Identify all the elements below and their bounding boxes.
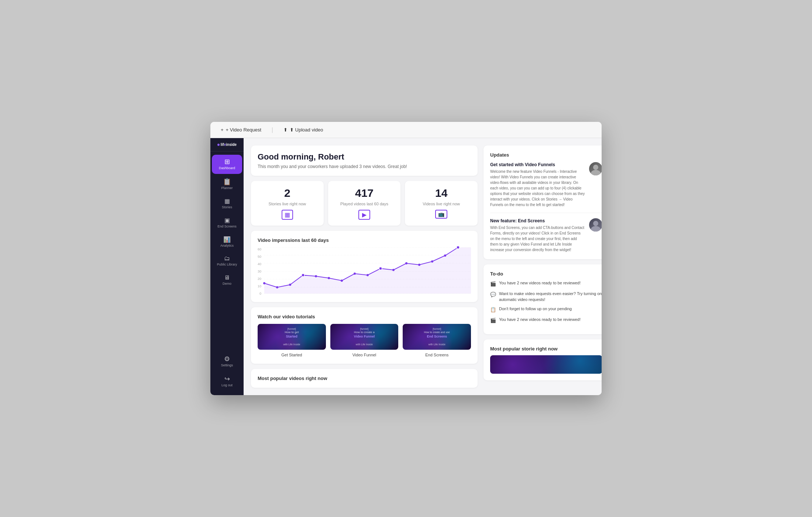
chart-title: Video imperssions last 60 days — [258, 237, 471, 243]
avatar-video-funnels — [589, 162, 602, 175]
todo-text-follow-up: Don't forget to follow up on your pendin… — [499, 306, 572, 312]
todo-item-review-2: 🎬 You have 2 new videos ready to be revi… — [490, 317, 602, 324]
logo: lifeinside — [217, 143, 237, 147]
svg-point-8 — [276, 286, 278, 288]
greeting-subtitle: This month you and your coworkers have u… — [258, 164, 471, 169]
tutorial-video-funnel[interactable]: [funnel] How to create a Video Funnel wi… — [330, 324, 399, 357]
sidebar-item-settings[interactable]: ⚙ Settings — [212, 352, 242, 371]
svg-point-14 — [354, 273, 356, 275]
todo-item-auto-requests: 💬 Want to make video requests even easie… — [490, 291, 602, 302]
planner-icon: 📋 — [223, 178, 231, 185]
todo-icon-auto-requests: 💬 — [490, 291, 496, 298]
svg-point-24 — [591, 170, 601, 175]
popular-story-title: Most popular storie right now — [490, 346, 602, 352]
todo-text-auto-requests: Want to make video requests even easier?… — [499, 291, 602, 302]
analytics-icon: 📊 — [223, 237, 231, 243]
tutorial-end-screens[interactable]: [funnel] How to create and use End Scree… — [403, 324, 471, 357]
right-panel: Updates Get started with Video Funnels W… — [484, 145, 602, 388]
video-request-label: + Video Request — [226, 127, 261, 133]
svg-point-20 — [431, 260, 433, 263]
app-window: + + Video Request | ⬆ ⬆ Upload video lif… — [210, 122, 602, 395]
update-text-end-screens: With End Screens, you can add CTA-button… — [490, 225, 585, 253]
sidebar-label-analytics: Analytics — [220, 244, 234, 248]
stories-count: 2 — [284, 187, 290, 199]
played-stat-icon: ▶ — [358, 210, 370, 220]
svg-point-18 — [405, 262, 407, 264]
played-count: 417 — [355, 187, 374, 199]
topbar: + + Video Request | ⬆ ⬆ Upload video — [210, 122, 602, 138]
logo-dot — [217, 144, 220, 146]
svg-point-22 — [457, 246, 460, 249]
dashboard-icon: ⊞ — [224, 158, 230, 165]
videos-count: 14 — [435, 187, 447, 199]
svg-point-12 — [328, 277, 330, 279]
avatar-end-screens — [589, 218, 602, 232]
sidebar-label-stories: Stories — [222, 206, 232, 209]
sidebar-label-planner: Planner — [221, 186, 233, 190]
greeting-heading: Good morning, Robert — [258, 152, 471, 162]
public-library-icon: 🗂 — [224, 256, 230, 261]
sidebar-label-demo: Demo — [223, 282, 231, 286]
updates-card: Updates Get started with Video Funnels W… — [484, 145, 602, 259]
plus-icon: + — [221, 127, 224, 133]
video-request-button[interactable]: + + Video Request — [218, 126, 264, 134]
settings-icon: ⚙ — [224, 356, 230, 362]
sidebar-logo: lifeinside — [210, 138, 244, 151]
y-30: 30 — [258, 270, 261, 273]
update-item-end-screens: New feature: End Screens With End Screen… — [490, 218, 602, 253]
videos-label: Videos live right now — [423, 202, 460, 206]
sidebar-item-logout[interactable]: ↪ Log out — [212, 372, 242, 391]
impressions-chart — [264, 247, 471, 295]
svg-point-13 — [341, 280, 343, 282]
sidebar-item-demo[interactable]: 🖥 Demo — [212, 271, 242, 290]
todo-card: To-do 🎬 You have 2 new videos ready to b… — [484, 264, 602, 334]
tutorials-row: [funnel] How to get Started with Life In… — [258, 324, 471, 357]
popular-story-card: Most popular storie right now — [484, 339, 602, 380]
y-0: 0 — [259, 292, 261, 295]
tutorial-video-funnel-thumb: [funnel] How to create a Video Funnel wi… — [330, 324, 399, 350]
most-popular-title: Most popular videos right now — [258, 376, 471, 381]
svg-point-21 — [444, 254, 446, 257]
sidebar-label-end-screens: End Screens — [217, 225, 237, 229]
sidebar-item-stories[interactable]: ▦ Stories — [212, 195, 242, 213]
y-60: 60 — [258, 247, 261, 251]
stories-icon: ▦ — [224, 198, 230, 204]
sidebar-item-dashboard[interactable]: ⊞ Dashboard — [212, 155, 242, 174]
popular-story-thumb — [490, 355, 602, 374]
most-popular-card: Most popular videos right now — [251, 369, 478, 388]
tutorial-get-started[interactable]: [funnel] How to get Started with Life In… — [258, 324, 326, 357]
sidebar-item-planner[interactable]: 📋 Planner — [212, 175, 242, 194]
videos-stat-icon: 📺 — [435, 210, 447, 219]
sidebar-item-end-screens[interactable]: ▣ End Screens — [212, 214, 242, 232]
todo-text-review: You have 2 new videos ready to be review… — [499, 280, 581, 286]
sidebar-item-analytics[interactable]: 📊 Analytics — [212, 233, 242, 251]
svg-point-17 — [392, 269, 395, 271]
svg-point-11 — [315, 275, 317, 277]
svg-point-19 — [418, 264, 420, 266]
y-20: 20 — [258, 277, 261, 281]
stories-stat-icon: ▦ — [282, 210, 293, 220]
sidebar-label-dashboard: Dashboard — [219, 167, 235, 170]
update-title-video-funnels: Get started with Video Funnels — [490, 162, 585, 167]
svg-point-16 — [379, 267, 382, 270]
header-card: Good morning, Robert This month you and … — [251, 145, 478, 176]
upload-video-button[interactable]: ⬆ ⬆ Upload video — [281, 126, 326, 134]
update-title-end-screens: New feature: End Screens — [490, 218, 585, 223]
todo-title: To-do — [490, 271, 602, 277]
stories-label: Stories live right now — [269, 202, 306, 206]
todo-icon-review: 🎬 — [490, 281, 496, 287]
todo-text-review-2: You have 2 new videos ready to be review… — [499, 317, 581, 322]
tutorial-video-funnel-label: Video Funnel — [352, 353, 376, 357]
tutorial-get-started-label: Get Started — [281, 353, 302, 357]
update-text-video-funnels: Welcome the new feature Video Funnels - … — [490, 169, 585, 208]
stats-row: 2 Stories live right now ▦ 417 Played vi… — [251, 181, 478, 226]
upload-video-label: ⬆ Upload video — [290, 127, 323, 133]
y-50: 50 — [258, 255, 261, 258]
todo-item-follow-up: 📋 Don't forget to follow up on your pend… — [490, 306, 602, 313]
tutorial-end-screens-label: End Screens — [425, 353, 448, 357]
stat-videos: 14 Videos live right now 📺 — [405, 181, 478, 226]
sidebar-item-public-library[interactable]: 🗂 Public Library — [212, 252, 242, 270]
chart-card: Video imperssions last 60 days 60 50 40 … — [251, 231, 478, 302]
demo-icon: 🖥 — [224, 275, 230, 281]
stat-stories: 2 Stories live right now ▦ — [251, 181, 324, 226]
